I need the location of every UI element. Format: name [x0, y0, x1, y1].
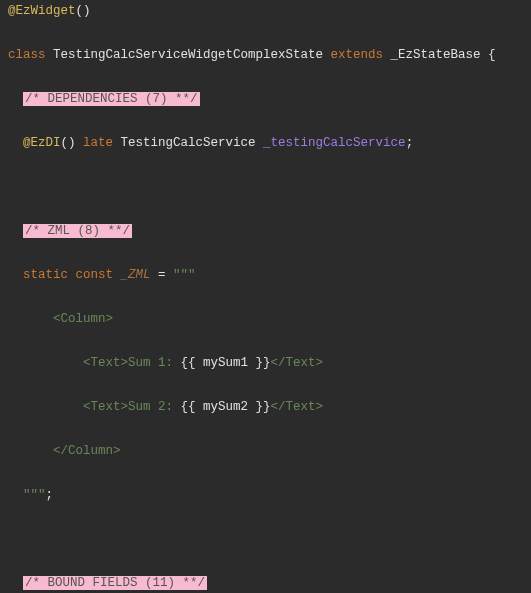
string-tag: </Text>	[271, 400, 324, 414]
string-text: Sum 1:	[128, 356, 181, 370]
code-line: class TestingCalcServiceWidgetComplexSta…	[0, 44, 531, 66]
string-content: <Column>	[23, 312, 113, 326]
equals: =	[151, 268, 174, 282]
class-name: TestingCalcServiceWidgetComplexState	[53, 48, 323, 62]
brace: {	[481, 48, 496, 62]
code-line: </Column>	[0, 440, 531, 462]
keyword: class	[8, 48, 53, 62]
code-line: /* ZML (8) **/	[0, 220, 531, 242]
base-class: _EzStateBase	[391, 48, 481, 62]
identifier: _ZML	[121, 268, 151, 282]
code-line: /* BOUND FIELDS (11) **/	[0, 572, 531, 593]
annotation: @EzDI	[23, 136, 61, 150]
keyword: static const	[23, 268, 121, 282]
type: TestingCalcService	[121, 136, 256, 150]
code-line: <Column>	[0, 308, 531, 330]
section-comment: /* ZML (8) **/	[23, 224, 132, 238]
string-quote: """	[23, 488, 46, 502]
section-comment: /* DEPENDENCIES (7) **/	[23, 92, 200, 106]
string-quote: """	[173, 268, 196, 282]
code-line: <Text>Sum 1: {{ mySum1 }}</Text>	[0, 352, 531, 374]
semicolon: ;	[46, 488, 54, 502]
code-line: @EzDI() late TestingCalcService _testing…	[0, 132, 531, 154]
code-block: @EzWidget() class TestingCalcServiceWidg…	[0, 0, 531, 593]
code-line: /* DEPENDENCIES (7) **/	[0, 88, 531, 110]
template-expr: {{ mySum2 }}	[181, 400, 271, 414]
keyword: late	[76, 136, 121, 150]
parens: ()	[76, 4, 91, 18]
semicolon: ;	[406, 136, 414, 150]
string-tag: </Text>	[271, 356, 324, 370]
code-line: @EzWidget()	[0, 0, 531, 22]
string-tag: <Text>	[23, 400, 128, 414]
template-expr: {{ mySum1 }}	[181, 356, 271, 370]
keyword: extends	[323, 48, 391, 62]
string-text: Sum 2:	[128, 400, 181, 414]
section-comment: /* BOUND FIELDS (11) **/	[23, 576, 207, 590]
string-content: </Column>	[23, 444, 121, 458]
code-line: static const _ZML = """	[0, 264, 531, 286]
code-line: """;	[0, 484, 531, 506]
string-tag: <Text>	[23, 356, 128, 370]
identifier: _testingCalcService	[256, 136, 406, 150]
annotation: @EzWidget	[8, 4, 76, 18]
code-line: <Text>Sum 2: {{ mySum2 }}</Text>	[0, 396, 531, 418]
parens: ()	[61, 136, 76, 150]
